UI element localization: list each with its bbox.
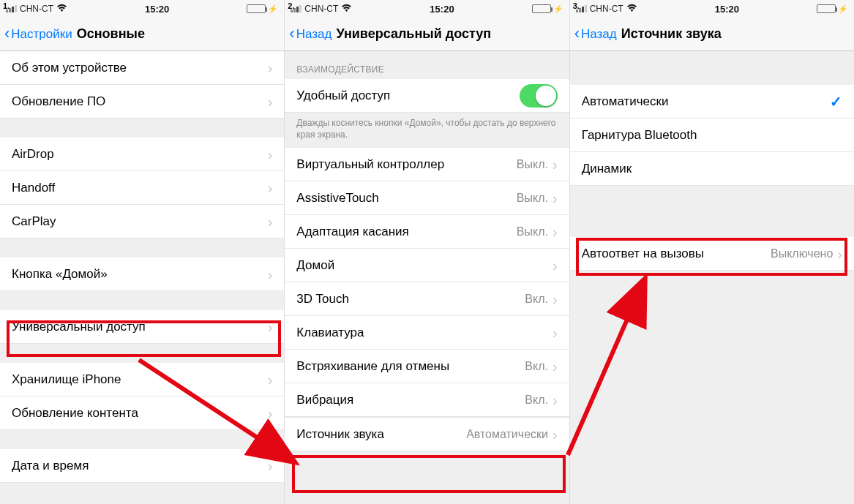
back-label: Настройки [11,27,72,42]
carrier-label: CHN-CT [20,4,53,14]
chevron-right-icon: › [837,247,842,261]
section-header: ВЗАИМОДЕЙСТВИЕ [285,51,569,79]
nav-bar: ‹ Назад Универсальный доступ [285,18,569,51]
option-row[interactable]: Автоматически [570,85,854,119]
row-value: Вкл. [525,360,548,373]
settings-row[interactable]: AssistiveTouchВыкл.› [285,181,569,215]
carrier-label: CHN-CT [590,4,623,14]
settings-list[interactable]: АвтоматическиГарнитура BluetoothДинамик … [570,51,854,504]
settings-row[interactable]: Встряхивание для отменыВкл.› [285,350,569,383]
battery-icon [817,4,836,13]
chevron-right-icon: › [553,393,558,407]
step-number: 3. [573,1,580,10]
row-label: Виртуальный контроллер [296,157,517,172]
settings-row[interactable]: Хранилище iPhone› [0,363,284,396]
row-label: Динамик [582,162,842,176]
settings-row[interactable]: Адаптация касанияВыкл.› [285,215,569,249]
row-value: Вкл. [525,293,548,306]
back-button[interactable]: ‹ Назад [289,27,336,42]
settings-row[interactable]: 3D TouchВкл.› [285,282,569,316]
row-label: Домой [296,258,553,273]
row-label: Handoff [12,181,268,195]
row-label: Гарнитура Bluetooth [582,128,842,143]
settings-row[interactable]: Дата и время› [0,449,284,483]
chevron-right-icon: › [268,94,273,109]
settings-row[interactable]: Клавиатура› [285,316,569,350]
back-button[interactable]: ‹ Настройки [4,27,77,42]
nav-bar: ‹ Настройки Основные [0,18,284,51]
chevron-right-icon: › [268,61,273,75]
settings-row[interactable]: CarPlay› [0,205,284,238]
status-bar: CHN-CT 15:20 ⚡ [0,0,284,18]
row-label: Дата и время [12,459,268,473]
settings-row[interactable]: Обновление ПО› [0,85,284,119]
nav-title: Основные [77,26,145,42]
settings-row[interactable]: ВибрацияВкл.› [285,383,569,417]
back-label: Назад [296,27,332,42]
settings-row[interactable]: Об этом устройстве› [0,51,284,85]
status-bar: CHN-CT 15:20 ⚡ [285,0,569,18]
settings-list[interactable]: Об этом устройстве›Обновление ПО› AirDro… [0,51,284,504]
chevron-right-icon: › [268,147,273,162]
row-value: Выкл. [517,192,548,205]
chevron-right-icon: › [268,181,273,195]
chevron-right-icon: › [553,191,558,206]
row-value: Выключено [771,247,833,260]
row-label: Универсальный доступ [12,320,268,334]
wifi-icon [341,4,352,15]
row-value: Автоматически [466,428,548,441]
screen-accessibility: 2. CHN-CT 15:20 ⚡ ‹ Назад Универсальный … [285,0,569,504]
clock: 15:20 [715,4,739,15]
nav-title: Источник звука [621,26,722,42]
status-bar: CHN-CT 15:20 ⚡ [570,0,854,18]
section-footer: Дважды коснитесь кнопки «Домой», чтобы д… [285,113,569,148]
chevron-right-icon: › [268,372,273,387]
clock: 15:20 [430,4,454,15]
row-label: Встряхивание для отмены [296,359,525,374]
option-row[interactable]: Гарнитура Bluetooth [570,119,854,152]
charging-icon: ⚡ [838,4,848,14]
step-number: 2. [288,1,294,10]
chevron-right-icon: › [268,267,273,282]
settings-row[interactable]: Домой› [285,249,569,282]
row-label: Обновление контента [12,406,268,421]
toggle-switch[interactable] [520,84,558,108]
chevron-right-icon: › [553,157,558,172]
settings-row[interactable]: Автоответ на вызовыВыключено› [570,237,854,271]
charging-icon: ⚡ [268,4,278,14]
option-row[interactable]: Динамик [570,152,854,186]
chevron-right-icon: › [553,427,558,442]
chevron-right-icon: › [553,225,558,239]
row-label: Адаптация касания [296,225,517,239]
settings-row[interactable]: Handoff› [0,171,284,205]
settings-row[interactable]: Обновление контента› [0,396,284,430]
nav-bar: ‹ Назад Источник звука [570,18,854,51]
charging-icon: ⚡ [553,4,563,14]
wifi-icon [56,4,67,15]
chevron-right-icon: › [553,292,558,306]
chevron-right-icon: › [268,320,273,334]
settings-row[interactable]: AirDrop› [0,138,284,171]
row-label: Клавиатура [296,326,553,340]
screen-audio-source: 3. CHN-CT 15:20 ⚡ ‹ Назад Источник звука [570,0,854,504]
screen-general: 1. CHN-CT 15:20 ⚡ ‹ Настройки Основные [0,0,285,504]
settings-row[interactable]: Источник звукаАвтоматически› [285,418,569,451]
back-button[interactable]: ‹ Назад [574,27,621,42]
chevron-right-icon: › [268,214,273,229]
row-label: 3D Touch [296,292,525,306]
row-label: AssistiveTouch [296,191,517,206]
settings-row[interactable]: Кнопка «Домой»› [0,257,284,291]
back-label: Назад [581,27,617,42]
settings-row[interactable]: Виртуальный контроллерВыкл.› [285,148,569,181]
row-label: Об этом устройстве [12,61,268,75]
chevron-right-icon: › [553,258,558,273]
row-easy-access[interactable]: Удобный доступ [285,79,569,113]
chevron-left-icon: ‹ [289,26,294,42]
wifi-icon [626,4,637,15]
clock: 15:20 [145,4,169,15]
step-number: 1. [3,1,10,10]
settings-list[interactable]: ВЗАИМОДЕЙСТВИЕ Удобный доступ Дважды кос… [285,51,569,504]
row-label: Хранилище iPhone [12,372,268,387]
settings-row[interactable]: Универсальный доступ› [0,310,284,344]
row-label: Обновление ПО [12,94,268,109]
